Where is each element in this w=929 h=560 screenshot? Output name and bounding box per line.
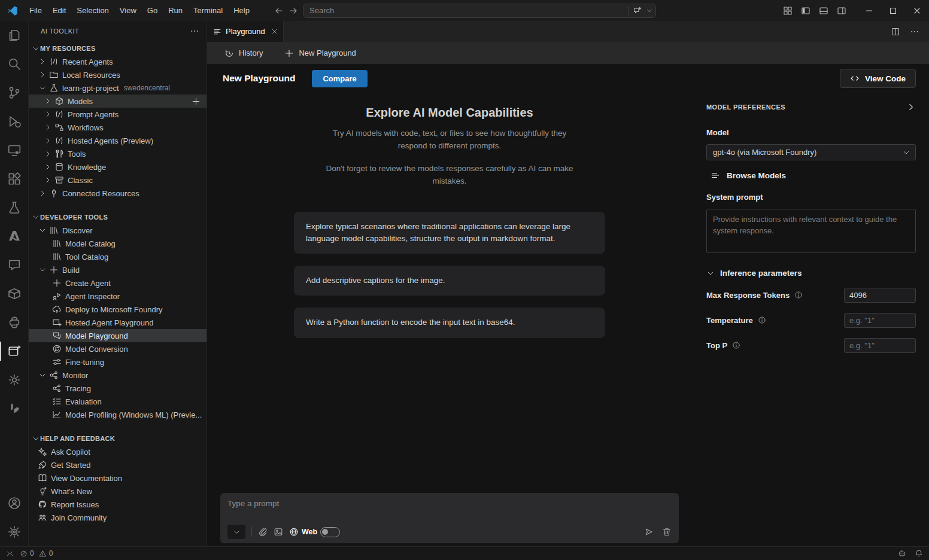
sidebar-item-get-started[interactable]: Get Started xyxy=(29,458,207,471)
history-button[interactable]: History xyxy=(224,48,263,58)
clear-chat-icon[interactable] xyxy=(662,527,672,537)
new-playground-button[interactable]: New Playground xyxy=(284,48,356,58)
activity-extensions[interactable] xyxy=(0,165,28,193)
menu-run[interactable]: Run xyxy=(163,0,188,21)
web-toggle[interactable] xyxy=(320,527,340,537)
prompt-mode-dropdown[interactable] xyxy=(227,525,245,539)
inference-parameters-header[interactable]: Inference parameters xyxy=(706,269,916,278)
editor-more-actions-icon[interactable] xyxy=(910,27,919,36)
suggestion-card-1[interactable]: Explore typical scenarios where traditio… xyxy=(294,212,605,254)
sidebar-item-fine-tuning[interactable]: Fine-tuning xyxy=(29,355,207,369)
menu-file[interactable]: File xyxy=(24,0,47,21)
sidebar-item-recent-agents[interactable]: Recent Agents xyxy=(29,55,207,68)
sidebar-item-join-community[interactable]: Join Community xyxy=(29,511,207,524)
activity-accounts[interactable] xyxy=(0,489,28,518)
sidebar-item-models[interactable]: Models xyxy=(29,95,207,108)
top-p-input[interactable] xyxy=(844,338,916,353)
add-models-button[interactable] xyxy=(192,97,201,106)
sidebar-item-tools[interactable]: Tools xyxy=(29,147,207,160)
minimize-button[interactable] xyxy=(857,0,881,21)
sidebar-item-what-s-new[interactable]: What's New xyxy=(29,485,207,498)
section-help-and-feedback[interactable]: HELP AND FEEDBACK xyxy=(29,432,207,445)
activity-semantic-kernel[interactable] xyxy=(0,366,28,394)
sidebar-item-discover[interactable]: Discover xyxy=(29,224,207,237)
collapse-panel-icon[interactable] xyxy=(906,102,916,112)
chevron-down-icon[interactable] xyxy=(646,7,653,14)
menu-terminal[interactable]: Terminal xyxy=(188,0,228,21)
sidebar-item-build[interactable]: Build xyxy=(29,263,207,276)
remote-indicator[interactable] xyxy=(6,550,14,558)
model-select[interactable]: gpt-4o (via Microsoft Foundry) xyxy=(706,144,916,160)
sidebar-item-model-catalog[interactable]: Model Catalog xyxy=(29,237,207,250)
sidebar-item-model-conversion[interactable]: Model Conversion xyxy=(29,342,207,355)
activity-run-debug[interactable] xyxy=(0,107,28,136)
menu-edit[interactable]: Edit xyxy=(47,0,71,21)
activity-ai-toolkit[interactable] xyxy=(0,337,28,366)
activity-search[interactable] xyxy=(0,50,28,78)
section-developer-tools[interactable]: DEVELOPER TOOLS xyxy=(29,211,207,224)
toggle-secondary-sidebar-icon[interactable] xyxy=(837,6,846,16)
activity-explorer[interactable] xyxy=(0,21,28,50)
compare-button[interactable]: Compare xyxy=(312,70,367,87)
toggle-sidebar-icon[interactable] xyxy=(801,6,810,16)
problems-indicator[interactable]: 0 0 xyxy=(20,549,53,558)
browse-models-button[interactable]: Browse Models xyxy=(706,171,916,180)
sidebar-item-learn-gpt-project[interactable]: learn-gpt-projectswedencentral xyxy=(29,81,207,95)
sidebar-item-classic[interactable]: Classic xyxy=(29,174,207,187)
copilot-status-icon[interactable] xyxy=(898,549,906,558)
sidebar-item-evaluation[interactable]: Evaluation xyxy=(29,395,207,408)
sidebar-item-local-resources[interactable]: Local Resources xyxy=(29,68,207,81)
menu-selection[interactable]: Selection xyxy=(71,0,114,21)
split-editor-icon[interactable] xyxy=(891,27,900,36)
send-icon[interactable] xyxy=(644,527,654,537)
attach-image-icon[interactable] xyxy=(274,527,283,537)
toggle-panel-icon[interactable] xyxy=(819,6,828,16)
sidebar-item-hosted-agent-playground[interactable]: Hosted Agent Playground xyxy=(29,316,207,329)
activity-source-control[interactable] xyxy=(0,78,28,107)
activity-azure[interactable] xyxy=(0,222,28,251)
sidebar-item-knowledge[interactable]: Knowledge xyxy=(29,160,207,174)
sidebar-item-hosted-agents-preview[interactable]: Hosted Agents (Preview) xyxy=(29,134,207,147)
temperature-input[interactable] xyxy=(844,313,916,328)
tab-playground[interactable]: Playground xyxy=(207,21,284,42)
forward-button[interactable] xyxy=(289,6,298,16)
close-button[interactable] xyxy=(905,0,929,21)
sidebar-item-monitor[interactable]: Monitor xyxy=(29,369,207,382)
maximize-button[interactable] xyxy=(881,0,905,21)
view-code-button[interactable]: View Code xyxy=(840,69,916,88)
command-center-search[interactable] xyxy=(303,4,656,18)
menu-go[interactable]: Go xyxy=(142,0,163,21)
sidebar-item-deploy-to-microsoft-foundry[interactable]: Deploy to Microsoft Foundry xyxy=(29,303,207,316)
sidebar-item-model-playground[interactable]: Model Playground xyxy=(29,329,207,342)
back-button[interactable] xyxy=(274,6,284,16)
menu-view[interactable]: View xyxy=(114,0,142,21)
sidebar-item-prompt-agents[interactable]: Prompt Agents xyxy=(29,108,207,121)
copilot-icon[interactable] xyxy=(633,6,642,16)
sidebar-item-model-profiling-windows-ml-previe[interactable]: Model Profiling (Windows ML) (Previe... xyxy=(29,408,207,421)
search-input[interactable] xyxy=(309,6,625,15)
close-tab-icon[interactable] xyxy=(271,28,278,35)
sidebar-item-view-documentation[interactable]: View Documentation xyxy=(29,471,207,485)
section-my-resources[interactable]: MY RESOURCES xyxy=(29,42,207,55)
prompt-input[interactable] xyxy=(227,499,672,525)
more-actions-icon[interactable] xyxy=(190,26,199,36)
menu-help[interactable]: Help xyxy=(228,0,255,21)
notifications-bell-icon[interactable] xyxy=(915,549,923,558)
suggestion-card-2[interactable]: Add descriptive captions for the image. xyxy=(294,266,605,296)
activity-remote-explorer[interactable] xyxy=(0,136,28,165)
activity-testing[interactable] xyxy=(0,193,28,222)
max-response-tokens-input[interactable] xyxy=(844,288,916,303)
sidebar-item-tracing[interactable]: Tracing xyxy=(29,382,207,395)
activity-ai-foundry[interactable] xyxy=(0,394,28,423)
system-prompt-input[interactable] xyxy=(706,209,916,253)
attach-file-icon[interactable] xyxy=(258,527,268,537)
sidebar-item-report-issues[interactable]: Report Issues xyxy=(29,498,207,511)
sidebar-item-ask-copilot[interactable]: Ask Copilot xyxy=(29,445,207,458)
activity-settings[interactable] xyxy=(0,518,28,546)
customize-layout-icon[interactable] xyxy=(783,6,793,16)
activity-copilot-chat[interactable] xyxy=(0,251,28,279)
sidebar-item-connected-resources[interactable]: Connected Resources xyxy=(29,187,207,200)
sidebar-item-agent-inspector[interactable]: Agent Inspector xyxy=(29,290,207,303)
activity-containers[interactable] xyxy=(0,279,28,308)
suggestion-card-3[interactable]: Write a Python function to encode the in… xyxy=(294,308,605,337)
